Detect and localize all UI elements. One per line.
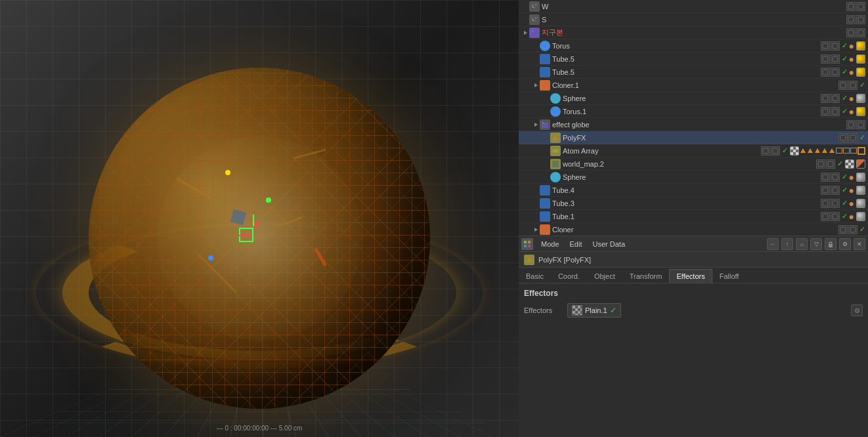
- tree-arrow-tube4[interactable]: [532, 184, 540, 197]
- enable-checkbox-sphere2[interactable]: [831, 173, 840, 182]
- visibility-checkbox-sphere2[interactable]: [821, 173, 830, 182]
- visibility-checkbox-torus[interactable]: [821, 41, 830, 51]
- effectors-entry[interactable]: Plain.1 ✓: [567, 303, 621, 318]
- enable-checkbox-atom_array[interactable]: [771, 146, 780, 156]
- material-swatch-atom[interactable]: [790, 146, 799, 156]
- tab-object[interactable]: Object: [587, 269, 622, 283]
- tree-item-jagubn[interactable]: 지구본: [519, 26, 868, 39]
- search-btn[interactable]: ⌕: [796, 238, 808, 250]
- tree-arrow-tube3[interactable]: [532, 197, 540, 210]
- enable-checkbox-tube5a[interactable]: [831, 54, 840, 64]
- tree-arrow-torus[interactable]: [532, 39, 540, 52]
- visibility-checkbox-jagubn[interactable]: [846, 28, 856, 37]
- visibility-checkbox-world_map2[interactable]: [816, 159, 825, 169]
- tree-item-world_map2[interactable]: world_map.2✓: [519, 157, 868, 171]
- tree-arrow-cloner1[interactable]: [532, 79, 540, 92]
- enable-checkbox-world_map2[interactable]: [826, 159, 835, 169]
- tree-arrow-effect_globe[interactable]: [532, 118, 540, 131]
- tree-item-cloner1[interactable]: Cloner.1✓: [519, 79, 868, 92]
- tree-item-w[interactable]: L°W: [519, 0, 868, 13]
- tab-transform[interactable]: Transform: [622, 269, 670, 283]
- visibility-checkbox-effect_globe[interactable]: [846, 120, 856, 129]
- tree-item-sphere2[interactable]: Sphere✓●: [519, 171, 868, 184]
- nav-back-btn[interactable]: ←: [767, 238, 779, 250]
- lock-btn[interactable]: [825, 238, 836, 250]
- tree-arrow-cloner[interactable]: [532, 223, 540, 236]
- tree-arrow-world_map2[interactable]: [542, 157, 550, 171]
- tree-item-tube1[interactable]: Tube.1✓●: [519, 210, 868, 223]
- enable-checkbox-w[interactable]: [856, 2, 865, 11]
- material-swatch-tube1[interactable]: [856, 212, 865, 221]
- tree-arrow-tube1[interactable]: [532, 210, 540, 223]
- visibility-checkbox-s[interactable]: [846, 15, 856, 24]
- tree-arrow-jagubn[interactable]: [521, 26, 529, 39]
- tab-coord[interactable]: Coord.: [551, 269, 587, 283]
- tree-item-s[interactable]: L°S: [519, 13, 868, 26]
- material-swatch-world[interactable]: [845, 159, 854, 169]
- visibility-checkbox-polyfx[interactable]: [838, 133, 848, 142]
- visibility-checkbox-sphere1[interactable]: [821, 94, 830, 103]
- visibility-checkbox-atom_array[interactable]: [761, 146, 770, 156]
- tree-item-tube3[interactable]: Tube.3✓●: [519, 197, 868, 210]
- visibility-checkbox-tube3[interactable]: [821, 199, 830, 208]
- tree-arrow-sphere2[interactable]: [542, 171, 550, 184]
- tree-arrow-torus1[interactable]: [542, 105, 550, 118]
- tree-arrow-s[interactable]: [521, 13, 529, 26]
- visibility-checkbox-tube5b[interactable]: [821, 68, 830, 77]
- enable-checkbox-cloner[interactable]: [848, 225, 857, 234]
- material-swatch-tube3[interactable]: [856, 199, 865, 208]
- tree-arrow-atom_array[interactable]: [542, 144, 550, 157]
- material-swatch-sphere1[interactable]: [856, 94, 865, 103]
- tree-item-polyfx[interactable]: PolyFX✓: [519, 131, 868, 144]
- tree-item-torus1[interactable]: Torus.1✓●: [519, 105, 868, 118]
- material-swatch-tube5a[interactable]: [856, 54, 865, 64]
- material-swatch-torus1[interactable]: [856, 107, 865, 116]
- menu-edit[interactable]: Edit: [567, 239, 585, 249]
- tree-item-atom_array[interactable]: Atom Array✓: [519, 144, 868, 157]
- enable-checkbox-torus1[interactable]: [831, 107, 840, 116]
- settings-btn[interactable]: ⚙: [839, 238, 851, 250]
- tree-item-cloner[interactable]: Cloner✓: [519, 223, 868, 236]
- tree-item-tube5a[interactable]: Tube.5✓●: [519, 52, 868, 66]
- enable-checkbox-torus[interactable]: [831, 41, 840, 51]
- 3d-viewport[interactable]: --- 0 : 00:00:00:00 --- 5.00 cm: [0, 0, 519, 437]
- visibility-checkbox-tube5a[interactable]: [821, 54, 830, 64]
- tree-item-effect_globe[interactable]: effect globe: [519, 118, 868, 131]
- visibility-checkbox-torus1[interactable]: [821, 107, 830, 116]
- tree-item-tube5b[interactable]: Tube.5✓●: [519, 66, 868, 79]
- enable-checkbox-sphere1[interactable]: [831, 94, 840, 103]
- enable-checkbox-effect_globe[interactable]: [856, 120, 865, 129]
- tab-falloff[interactable]: Falloff: [712, 269, 747, 283]
- visibility-checkbox-cloner1[interactable]: [838, 81, 848, 90]
- menu-mode[interactable]: Mode: [538, 239, 562, 249]
- material-swatch-torus[interactable]: [856, 41, 865, 51]
- enable-checkbox-polyfx[interactable]: [848, 133, 857, 142]
- tree-arrow-tube5a[interactable]: [532, 52, 540, 66]
- tree-item-tube4[interactable]: Tube.4✓●: [519, 184, 868, 197]
- material-swatch-world-2[interactable]: [856, 159, 865, 169]
- effectors-options-btn[interactable]: ⚙: [851, 304, 863, 316]
- filter-btn[interactable]: ▽: [810, 238, 822, 250]
- visibility-checkbox-tube4[interactable]: [821, 186, 830, 195]
- enable-checkbox-tube4[interactable]: [831, 186, 840, 195]
- visibility-checkbox-tube1[interactable]: [821, 212, 830, 221]
- tree-arrow-tube5b[interactable]: [532, 66, 540, 79]
- close-btn[interactable]: ✕: [854, 238, 865, 250]
- tab-basic[interactable]: Basic: [519, 269, 551, 283]
- enable-checkbox-s[interactable]: [856, 15, 865, 24]
- scene-tree[interactable]: L°WL°S지구본Torus✓●Tube.5✓●Tube.5✓●Cloner.1…: [519, 0, 868, 236]
- enable-checkbox-tube1[interactable]: [831, 212, 840, 221]
- tab-effectors[interactable]: Effectors: [669, 269, 712, 283]
- visibility-checkbox-cloner[interactable]: [838, 225, 848, 234]
- visibility-checkbox-w[interactable]: [846, 2, 856, 11]
- enable-checkbox-tube5b[interactable]: [831, 68, 840, 77]
- tree-item-sphere1[interactable]: Sphere✓●: [519, 92, 868, 105]
- material-swatch-sphere2[interactable]: [856, 173, 865, 182]
- material-swatch-tube5b[interactable]: [856, 68, 865, 77]
- enable-checkbox-tube3[interactable]: [831, 199, 840, 208]
- menu-userdata[interactable]: User Data: [590, 239, 628, 249]
- tree-item-torus[interactable]: Torus✓●: [519, 39, 868, 52]
- enable-checkbox-jagubn[interactable]: [856, 28, 865, 37]
- enable-checkbox-cloner1[interactable]: [848, 81, 857, 90]
- material-swatch-tube4[interactable]: [856, 186, 865, 195]
